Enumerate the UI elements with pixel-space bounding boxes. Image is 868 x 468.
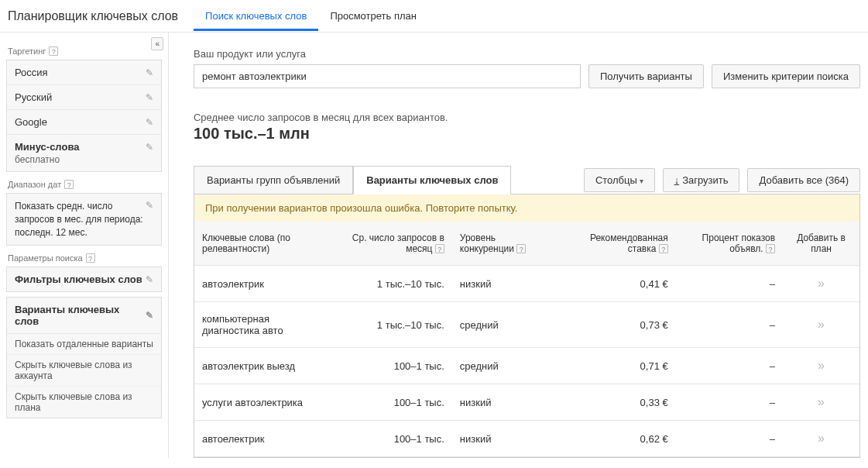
chevron-right-icon: » [818,318,825,331]
cell-impressions: – [676,384,783,421]
date-range-panel[interactable]: Показать средн. число запросов в мес. дл… [6,193,162,246]
keyword-variants-header[interactable]: Варианты ключевых слов ✎ [7,298,161,334]
pencil-icon: ✎ [146,117,153,128]
targeting-network[interactable]: Google ✎ [7,109,161,134]
stats-label: Среднее число запросов в месяц для всех … [194,112,860,123]
cell-searches: 100–1 тыс. [336,421,452,457]
cell-bid: 0,41 € [554,266,676,302]
cell-searches: 100–1 тыс. [336,384,452,421]
cell-add[interactable]: » [783,266,859,302]
variant-option-distant[interactable]: Показать отдаленные варианты [7,334,161,354]
product-input[interactable] [194,64,581,88]
cell-competition: средний [452,348,554,384]
sidebar: « Таргетинг ? Россия ✎ Русский ✎ Google … [0,33,169,458]
targeting-language[interactable]: Русский ✎ [7,84,161,109]
header: Планировщик ключевых слов Поиск ключевых… [0,0,868,33]
table-row: услуги автоэлектрика100–1 тыс.низкий0,33… [194,384,859,421]
cell-competition: средний [452,302,554,348]
date-range-label: Диапазон дат ? [8,180,162,189]
th-keyword[interactable]: Ключевые слова (по релевантности) [194,222,336,266]
pencil-icon: ✎ [146,67,153,78]
cell-keyword[interactable]: автоелектрик [194,421,336,457]
pencil-icon: ✎ [146,92,153,103]
targeting-location[interactable]: Россия ✎ [7,60,161,84]
chevron-right-icon: » [818,395,825,408]
keyword-filters-panel[interactable]: Фильтры ключевых слов ✎ [6,267,162,292]
cell-impressions: – [676,421,783,457]
targeting-panel: Россия ✎ Русский ✎ Google ✎ Минус-слова … [6,60,162,172]
table-row: компьютерная диагностика авто1 тыс.–10 т… [194,302,859,348]
help-icon[interactable]: ? [86,253,95,263]
pencil-icon: ✎ [146,200,153,211]
chevron-right-icon: » [818,277,825,290]
help-icon[interactable]: ? [659,244,668,253]
th-impressions[interactable]: Процент показов объявл. ? [676,222,783,266]
variant-option-hide-account[interactable]: Скрыть ключевые слова из аккаунта [7,354,161,386]
cell-bid: 0,62 € [554,421,676,457]
help-icon[interactable]: ? [435,244,444,253]
help-icon[interactable]: ? [766,244,775,253]
cell-add[interactable]: » [783,302,859,348]
cell-keyword[interactable]: автоэлектрик выезд [194,348,336,384]
cell-competition: низкий [452,421,554,457]
tab-view-plan[interactable]: Просмотреть план [318,1,428,31]
cell-searches: 1 тыс.–10 тыс. [336,302,452,348]
product-label: Ваш продукт или услуга [194,48,860,60]
collapse-sidebar-button[interactable]: « [151,37,163,50]
variant-option-hide-plan[interactable]: Скрыть ключевые слова из плана [7,386,161,418]
cell-searches: 1 тыс.–10 тыс. [336,266,452,302]
cell-competition: низкий [452,384,554,421]
help-icon[interactable]: ? [516,244,526,253]
tab-keyword-variants[interactable]: Варианты ключевых слов [353,166,511,194]
pencil-icon: ✎ [146,142,153,153]
th-add: Добавить в план [783,222,859,266]
download-icon: ↓ [674,174,680,186]
columns-button[interactable]: Столбцы [584,168,655,192]
cell-add[interactable]: » [783,348,859,384]
negative-keywords[interactable]: Минус-слова ✎ бесплатно [7,134,161,171]
cell-keyword[interactable]: компьютерная диагностика авто [194,302,336,348]
cell-bid: 0,71 € [554,348,676,384]
targeting-label: Таргетинг ? [8,46,162,56]
tab-search-keywords[interactable]: Поиск ключевых слов [194,1,318,31]
pencil-icon: ✎ [146,274,153,285]
cell-add[interactable]: » [783,384,859,421]
chevron-right-icon: » [818,359,825,372]
chevron-right-icon: » [818,432,825,445]
table-row: автоэлектрик выезд100–1 тыс.средний0,71 … [194,348,859,384]
pencil-icon: ✎ [146,310,153,321]
content: Ваш продукт или услуга Получить варианты… [169,33,868,458]
download-button[interactable]: ↓Загрузить [663,168,740,192]
help-icon[interactable]: ? [49,46,58,56]
results-table-wrap: При получении вариантов произошла ошибка… [194,194,860,458]
table-row: автоелектрик100–1 тыс.низкий0,62 €–» [194,421,859,457]
cell-searches: 100–1 тыс. [336,348,452,384]
app-title: Планировщик ключевых слов [8,9,178,23]
cell-impressions: – [676,348,783,384]
keywords-table: Ключевые слова (по релевантности) Ср. чи… [194,222,859,457]
keyword-variants-panel: Варианты ключевых слов ✎ Показать отдале… [6,297,162,418]
th-bid[interactable]: Рекомендованная ставка ? [554,222,676,266]
tab-ad-groups[interactable]: Варианты групп объявлений [194,166,353,194]
th-competition[interactable]: Уровень конкуренции ? [452,222,554,266]
cell-impressions: – [676,302,783,348]
table-row: автоэлектрик1 тыс.–10 тыс.низкий0,41 €–» [194,266,859,302]
edit-criteria-button[interactable]: Изменить критерии поиска [712,64,860,88]
stats-value: 100 тыс.–1 млн [194,125,860,143]
cell-competition: низкий [452,266,554,302]
error-banner: При получении вариантов произошла ошибка… [194,194,859,222]
get-variants-button[interactable]: Получить варианты [588,64,704,88]
add-all-button[interactable]: Добавить все (364) [747,168,860,192]
cell-add[interactable]: » [783,421,859,457]
th-searches[interactable]: Ср. число запросов в месяц ? [336,222,452,266]
search-params-label: Параметры поиска ? [8,253,162,263]
cell-keyword[interactable]: автоэлектрик [194,266,336,302]
cell-keyword[interactable]: услуги автоэлектрика [194,384,336,421]
cell-impressions: – [676,266,783,302]
cell-bid: 0,33 € [554,384,676,421]
help-icon[interactable]: ? [64,180,74,189]
cell-bid: 0,73 € [554,302,676,348]
